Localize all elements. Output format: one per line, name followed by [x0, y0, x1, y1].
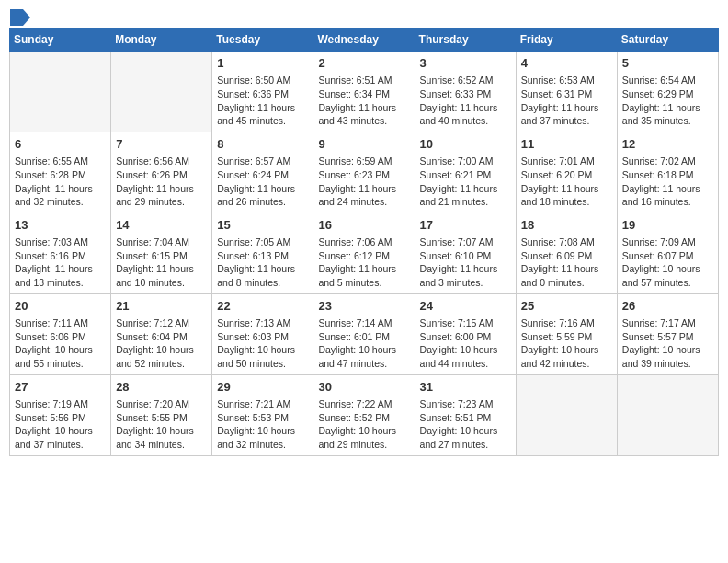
calendar-cell: 30Sunrise: 7:22 AM Sunset: 5:52 PM Dayli… — [313, 374, 415, 455]
logo — [9, 9, 31, 22]
day-info: Sunrise: 7:17 AM Sunset: 5:57 PM Dayligh… — [622, 316, 713, 371]
weekday-header: Monday — [111, 29, 212, 52]
day-info: Sunrise: 6:51 AM Sunset: 6:34 PM Dayligh… — [318, 74, 409, 128]
calendar-cell: 8Sunrise: 6:57 AM Sunset: 6:24 PM Daylig… — [212, 132, 313, 213]
weekday-header: Wednesday — [313, 29, 415, 52]
logo-icon — [10, 9, 30, 26]
page-header — [9, 9, 719, 22]
day-number: 24 — [420, 298, 511, 315]
calendar-week-row: 20Sunrise: 7:11 AM Sunset: 6:06 PM Dayli… — [10, 293, 719, 374]
calendar-week-row: 27Sunrise: 7:19 AM Sunset: 5:56 PM Dayli… — [10, 374, 719, 455]
day-info: Sunrise: 6:56 AM Sunset: 6:26 PM Dayligh… — [116, 155, 207, 209]
calendar-cell: 1Sunrise: 6:50 AM Sunset: 6:36 PM Daylig… — [212, 52, 313, 132]
day-info: Sunrise: 6:53 AM Sunset: 6:31 PM Dayligh… — [521, 74, 612, 128]
day-number: 17 — [420, 217, 511, 234]
calendar-cell — [111, 52, 212, 132]
weekday-header: Saturday — [617, 29, 718, 52]
calendar-cell: 19Sunrise: 7:09 AM Sunset: 6:07 PM Dayli… — [617, 213, 718, 293]
calendar-cell: 31Sunrise: 7:23 AM Sunset: 5:51 PM Dayli… — [415, 374, 516, 455]
day-number: 3 — [420, 55, 511, 72]
day-number: 11 — [521, 136, 612, 153]
day-number: 13 — [15, 217, 106, 234]
day-info: Sunrise: 7:22 AM Sunset: 5:52 PM Dayligh… — [318, 397, 409, 452]
calendar-week-row: 6Sunrise: 6:55 AM Sunset: 6:28 PM Daylig… — [10, 132, 719, 213]
day-info: Sunrise: 7:11 AM Sunset: 6:06 PM Dayligh… — [15, 316, 106, 371]
day-info: Sunrise: 7:00 AM Sunset: 6:21 PM Dayligh… — [420, 155, 511, 209]
day-info: Sunrise: 7:20 AM Sunset: 5:55 PM Dayligh… — [116, 397, 207, 452]
svg-marker-0 — [10, 9, 30, 26]
calendar-cell: 18Sunrise: 7:08 AM Sunset: 6:09 PM Dayli… — [516, 213, 617, 293]
calendar-cell: 12Sunrise: 7:02 AM Sunset: 6:18 PM Dayli… — [617, 132, 718, 213]
day-info: Sunrise: 7:02 AM Sunset: 6:18 PM Dayligh… — [622, 155, 713, 209]
day-info: Sunrise: 7:04 AM Sunset: 6:15 PM Dayligh… — [116, 236, 207, 290]
calendar-cell: 28Sunrise: 7:20 AM Sunset: 5:55 PM Dayli… — [111, 374, 212, 455]
calendar-cell: 13Sunrise: 7:03 AM Sunset: 6:16 PM Dayli… — [10, 213, 111, 293]
day-number: 1 — [217, 55, 308, 72]
calendar-cell: 15Sunrise: 7:05 AM Sunset: 6:13 PM Dayli… — [212, 213, 313, 293]
day-info: Sunrise: 6:59 AM Sunset: 6:23 PM Dayligh… — [318, 155, 409, 209]
day-info: Sunrise: 6:57 AM Sunset: 6:24 PM Dayligh… — [217, 155, 308, 209]
day-number: 10 — [420, 136, 511, 153]
day-number: 30 — [318, 379, 409, 396]
calendar-cell: 5Sunrise: 6:54 AM Sunset: 6:29 PM Daylig… — [617, 52, 718, 132]
day-number: 15 — [217, 217, 308, 234]
day-info: Sunrise: 7:12 AM Sunset: 6:04 PM Dayligh… — [116, 316, 207, 371]
day-info: Sunrise: 7:16 AM Sunset: 5:59 PM Dayligh… — [521, 316, 612, 371]
day-number: 18 — [521, 217, 612, 234]
day-number: 27 — [15, 379, 106, 396]
calendar-cell: 4Sunrise: 6:53 AM Sunset: 6:31 PM Daylig… — [516, 52, 617, 132]
day-number: 7 — [116, 136, 207, 153]
calendar-cell: 29Sunrise: 7:21 AM Sunset: 5:53 PM Dayli… — [212, 374, 313, 455]
day-number: 9 — [318, 136, 409, 153]
day-info: Sunrise: 7:07 AM Sunset: 6:10 PM Dayligh… — [420, 236, 511, 290]
day-number: 2 — [318, 55, 409, 72]
calendar-cell — [516, 374, 617, 455]
calendar-cell: 7Sunrise: 6:56 AM Sunset: 6:26 PM Daylig… — [111, 132, 212, 213]
day-info: Sunrise: 6:52 AM Sunset: 6:33 PM Dayligh… — [420, 74, 511, 128]
day-number: 8 — [217, 136, 308, 153]
day-info: Sunrise: 6:54 AM Sunset: 6:29 PM Dayligh… — [622, 74, 713, 128]
weekday-header: Sunday — [10, 29, 111, 52]
calendar-week-row: 1Sunrise: 6:50 AM Sunset: 6:36 PM Daylig… — [10, 52, 719, 132]
day-number: 20 — [15, 298, 106, 315]
calendar-cell: 3Sunrise: 6:52 AM Sunset: 6:33 PM Daylig… — [415, 52, 516, 132]
day-info: Sunrise: 7:05 AM Sunset: 6:13 PM Dayligh… — [217, 236, 308, 290]
day-info: Sunrise: 6:50 AM Sunset: 6:36 PM Dayligh… — [217, 74, 308, 128]
day-number: 29 — [217, 379, 308, 396]
day-number: 22 — [217, 298, 308, 315]
calendar-cell: 23Sunrise: 7:14 AM Sunset: 6:01 PM Dayli… — [313, 293, 415, 374]
calendar-cell: 17Sunrise: 7:07 AM Sunset: 6:10 PM Dayli… — [415, 213, 516, 293]
weekday-header-row: SundayMondayTuesdayWednesdayThursdayFrid… — [10, 29, 719, 52]
calendar-cell: 10Sunrise: 7:00 AM Sunset: 6:21 PM Dayli… — [415, 132, 516, 213]
day-info: Sunrise: 7:03 AM Sunset: 6:16 PM Dayligh… — [15, 236, 106, 290]
day-info: Sunrise: 7:08 AM Sunset: 6:09 PM Dayligh… — [521, 236, 612, 290]
day-info: Sunrise: 7:09 AM Sunset: 6:07 PM Dayligh… — [622, 236, 713, 290]
day-number: 23 — [318, 298, 409, 315]
calendar-cell: 11Sunrise: 7:01 AM Sunset: 6:20 PM Dayli… — [516, 132, 617, 213]
day-number: 4 — [521, 55, 612, 72]
day-info: Sunrise: 7:23 AM Sunset: 5:51 PM Dayligh… — [420, 397, 511, 452]
day-number: 12 — [622, 136, 713, 153]
day-number: 16 — [318, 217, 409, 234]
day-number: 28 — [116, 379, 207, 396]
day-number: 19 — [622, 217, 713, 234]
calendar-cell: 6Sunrise: 6:55 AM Sunset: 6:28 PM Daylig… — [10, 132, 111, 213]
calendar-cell: 20Sunrise: 7:11 AM Sunset: 6:06 PM Dayli… — [10, 293, 111, 374]
calendar-cell: 14Sunrise: 7:04 AM Sunset: 6:15 PM Dayli… — [111, 213, 212, 293]
calendar-cell: 24Sunrise: 7:15 AM Sunset: 6:00 PM Dayli… — [415, 293, 516, 374]
calendar-cell: 25Sunrise: 7:16 AM Sunset: 5:59 PM Dayli… — [516, 293, 617, 374]
day-info: Sunrise: 7:14 AM Sunset: 6:01 PM Dayligh… — [318, 316, 409, 371]
day-number: 5 — [622, 55, 713, 72]
day-info: Sunrise: 7:06 AM Sunset: 6:12 PM Dayligh… — [318, 236, 409, 290]
calendar-cell: 21Sunrise: 7:12 AM Sunset: 6:04 PM Dayli… — [111, 293, 212, 374]
calendar-week-row: 13Sunrise: 7:03 AM Sunset: 6:16 PM Dayli… — [10, 213, 719, 293]
calendar-cell: 22Sunrise: 7:13 AM Sunset: 6:03 PM Dayli… — [212, 293, 313, 374]
day-info: Sunrise: 7:21 AM Sunset: 5:53 PM Dayligh… — [217, 397, 308, 452]
calendar-cell: 27Sunrise: 7:19 AM Sunset: 5:56 PM Dayli… — [10, 374, 111, 455]
day-info: Sunrise: 7:15 AM Sunset: 6:00 PM Dayligh… — [420, 316, 511, 371]
calendar-cell — [617, 374, 718, 455]
weekday-header: Thursday — [415, 29, 516, 52]
calendar-cell: 16Sunrise: 7:06 AM Sunset: 6:12 PM Dayli… — [313, 213, 415, 293]
calendar: SundayMondayTuesdayWednesdayThursdayFrid… — [9, 28, 719, 456]
calendar-cell: 2Sunrise: 6:51 AM Sunset: 6:34 PM Daylig… — [313, 52, 415, 132]
